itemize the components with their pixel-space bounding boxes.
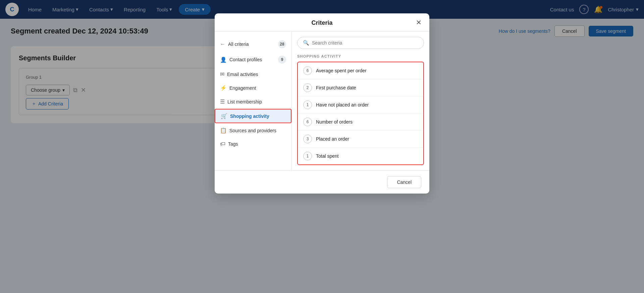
modal-body: ← All criteria 28 👤 Contact profiles 9 ✉…: [215, 31, 429, 170]
section-label: SHOPPING ACTIVITY: [297, 54, 424, 58]
contact-profiles-count-badge: 9: [278, 56, 286, 64]
person-icon: 👤: [220, 57, 227, 63]
sidebar-item-all[interactable]: ← All criteria 28: [215, 37, 291, 52]
avg-spent-badge: 6: [303, 66, 312, 75]
search-icon: 🔍: [303, 40, 309, 46]
sidebar-item-tags[interactable]: 🏷 Tags: [215, 138, 291, 150]
modal-title: Criteria: [311, 19, 332, 26]
sidebar-item-list-membership[interactable]: ☰ List membership: [215, 95, 291, 108]
list-icon: ☰: [220, 98, 225, 105]
sidebar-item-email-activities[interactable]: ✉ Email activities: [215, 68, 291, 81]
modal-header: Criteria ✕: [215, 13, 429, 31]
sources-icon: 📋: [220, 127, 227, 134]
modal-footer: Cancel: [215, 170, 429, 194]
sidebar-item-shopping-activity[interactable]: 🛒 Shopping activity: [215, 109, 291, 123]
sidebar-item-contact-profiles[interactable]: 👤 Contact profiles 9: [215, 52, 291, 67]
first-purchase-badge: 2: [303, 83, 312, 92]
search-box: 🔍: [297, 37, 424, 49]
criteria-item-placed-order[interactable]: 3 Placed an order: [298, 131, 423, 148]
criteria-item-first-purchase[interactable]: 2 First purchase date: [298, 79, 423, 96]
criteria-item-avg-spent[interactable]: 6 Average spent per order: [298, 62, 423, 79]
sidebar-item-sources-providers[interactable]: 📋 Sources and providers: [215, 124, 291, 137]
tags-icon: 🏷: [220, 141, 225, 147]
all-count-badge: 28: [278, 40, 286, 48]
num-orders-badge: 6: [303, 118, 312, 126]
total-spent-badge: 1: [303, 152, 312, 160]
criteria-list: 6 Average spent per order 2 First purcha…: [297, 62, 424, 165]
criteria-item-num-orders[interactable]: 6 Number of orders: [298, 114, 423, 131]
search-input[interactable]: [312, 40, 418, 46]
back-icon: ←: [220, 41, 225, 47]
shopping-icon: 🛒: [221, 113, 227, 119]
modal-cancel-button[interactable]: Cancel: [387, 176, 421, 188]
criteria-item-not-placed[interactable]: 1 Have not placed an order: [298, 96, 423, 114]
criteria-sidebar: ← All criteria 28 👤 Contact profiles 9 ✉…: [215, 31, 292, 170]
criteria-item-total-spent[interactable]: 1 Total spent: [298, 148, 423, 164]
sidebar-item-engagement[interactable]: ⚡ Engagement: [215, 81, 291, 94]
not-placed-badge: 1: [303, 100, 312, 109]
criteria-panel: 🔍 SHOPPING ACTIVITY 6 Average spent per …: [292, 31, 429, 170]
modal-close-button[interactable]: ✕: [414, 18, 423, 27]
placed-order-badge: 3: [303, 135, 312, 143]
criteria-modal: Criteria ✕ ← All criteria 28 👤 Contact p…: [215, 13, 429, 194]
modal-overlay: Criteria ✕ ← All criteria 28 👤 Contact p…: [0, 0, 644, 293]
email-icon: ✉: [220, 71, 224, 77]
engagement-icon: ⚡: [220, 85, 227, 91]
